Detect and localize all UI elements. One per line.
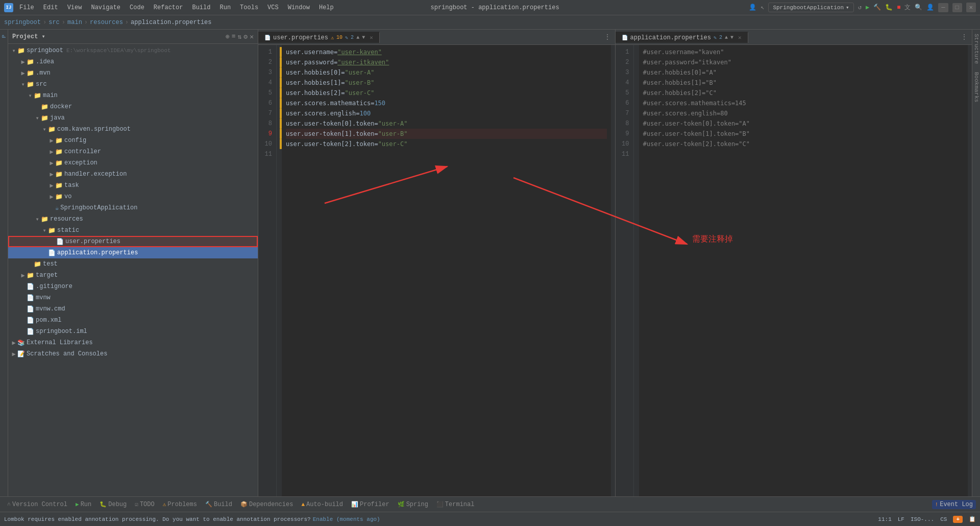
right-code[interactable]: #user.username="kaven" #user.password="i… <box>639 45 968 496</box>
breadcrumb-resources[interactable]: resources <box>90 19 123 26</box>
menu-build[interactable]: Build <box>190 3 212 12</box>
bookmarks-tab[interactable]: Bookmarks <box>972 68 981 106</box>
sort-icon[interactable]: ⇅ <box>238 33 242 41</box>
tree-java[interactable]: ▾ 📁 java <box>8 112 258 124</box>
tree-user-properties[interactable]: 📄 user.properties <box>8 236 258 247</box>
mvn-label: .mvn <box>36 69 51 77</box>
menu-vcs[interactable]: VCS <box>265 3 281 12</box>
build-btn[interactable]: 🔨 Build <box>202 500 235 509</box>
status-action[interactable]: Enable (moments ago) <box>313 516 380 522</box>
tree-mvnw[interactable]: 📄 mvnw <box>8 292 258 303</box>
run-btn[interactable]: ▶ Run <box>72 500 94 509</box>
tree-springboot-app[interactable]: ☕ SpringbootApplication <box>8 202 258 213</box>
sidebar-title: Project ▾ <box>12 33 45 40</box>
menu-navigate[interactable]: Navigate <box>89 3 122 12</box>
left-pane-more[interactable]: ⋮ <box>600 33 615 41</box>
auto-build-btn[interactable]: ▲ Auto-build <box>298 500 346 509</box>
dependencies-btn[interactable]: 📦 Dependencies <box>237 500 296 509</box>
menu-view[interactable]: View <box>65 3 84 12</box>
search-icon[interactable]: 🔍 <box>915 4 922 11</box>
breadcrumb-springboot[interactable]: springboot <box>4 19 41 26</box>
user-props-scroll-down[interactable]: ▼ <box>362 35 365 40</box>
problems-btn[interactable]: ⚠ Problems <box>160 500 200 509</box>
status-icon-plus[interactable]: + <box>953 516 963 523</box>
tree-target[interactable]: ▶ 📁 target <box>8 270 258 281</box>
build-green-icon[interactable]: ▶ <box>866 4 869 11</box>
profiler-btn[interactable]: 📊 Profiler <box>348 500 393 509</box>
tree-handler-exception[interactable]: ▶ 📁 handler.exception <box>8 169 258 180</box>
debug-run-icon[interactable]: 🐛 <box>885 4 893 11</box>
breadcrumb-src[interactable]: src <box>48 19 60 26</box>
maximize-btn[interactable]: □ <box>952 3 962 12</box>
left-scrollbar[interactable] <box>611 45 615 496</box>
left-code[interactable]: user.username="user-kaven" user.password… <box>282 45 611 496</box>
tree-gitignore[interactable]: 📄 .gitignore <box>8 281 258 292</box>
tree-springboot-iml[interactable]: 📄 springboot.iml <box>8 326 258 337</box>
build-icon[interactable]: 🔨 <box>873 4 881 11</box>
left-tab-bar: 📄 user.properties ⚠ 10 ✎ 2 ▲ ▼ ✕ ⋮ <box>258 30 615 45</box>
app-props-tab-close[interactable]: ✕ <box>738 34 742 41</box>
user-properties-tab[interactable]: 📄 user.properties ⚠ 10 ✎ 2 ▲ ▼ ✕ <box>258 32 380 43</box>
breadcrumb-main[interactable]: main <box>67 19 82 26</box>
right-pane-more[interactable]: ⋮ <box>957 33 972 41</box>
right-scrollbar[interactable] <box>968 45 972 496</box>
tree-application-properties[interactable]: 📄 application.properties <box>8 247 258 258</box>
menu-refactor[interactable]: Refactor <box>152 3 185 12</box>
tree-src[interactable]: ▾ 📁 src <box>8 79 258 90</box>
mvn-folder-icon: 📁 <box>27 69 34 77</box>
settings-icon[interactable]: ⚙ <box>243 33 248 41</box>
stop-icon[interactable]: ■ <box>897 4 900 11</box>
run-config-dropdown[interactable]: SpringbootApplication ▾ <box>768 3 853 12</box>
project-icon[interactable]: P <box>0 32 8 41</box>
user-props-scroll-up[interactable]: ▲ <box>356 35 359 40</box>
refresh-icon[interactable]: ↺ <box>858 4 862 11</box>
terminal-btn[interactable]: ⬛ Terminal <box>433 500 478 509</box>
tree-test[interactable]: 📁 test <box>8 258 258 270</box>
tree-main[interactable]: ▾ 📁 main <box>8 90 258 101</box>
version-control-btn[interactable]: ⑃ Version Control <box>4 500 70 509</box>
tree-exception[interactable]: ▶ 📁 exception <box>8 157 258 169</box>
locate-icon[interactable]: ⊕ <box>226 33 230 41</box>
application-properties-tab[interactable]: 📄 application.properties ✎ 2 ▲ ▼ ✕ <box>616 32 748 43</box>
menu-edit[interactable]: Edit <box>41 3 60 12</box>
translate-icon[interactable]: 文 <box>904 3 911 12</box>
menu-window[interactable]: Window <box>286 3 312 12</box>
tree-idea[interactable]: ▶ 📁 .idea <box>8 56 258 67</box>
tree-pom[interactable]: 📄 pom.xml <box>8 315 258 326</box>
tree-root[interactable]: ▾ 📁 springboot E:\workspace\IDEA\my\spri… <box>8 45 258 56</box>
tree-mvnw-cmd[interactable]: 📄 mvnw.cmd <box>8 303 258 315</box>
com-folder-icon: 📁 <box>48 126 56 133</box>
tree-com-kaven[interactable]: ▾ 📁 com.kaven.springboot <box>8 124 258 135</box>
tree-config[interactable]: ▶ 📁 config <box>8 135 258 146</box>
spring-btn[interactable]: 🌿 Spring <box>395 500 431 509</box>
profile-icon[interactable]: 👤 <box>926 4 934 11</box>
todo-btn[interactable]: ☑ TODO <box>132 500 157 509</box>
structure-tab[interactable]: Structure <box>972 30 981 68</box>
tree-controller[interactable]: ▶ 📁 controller <box>8 146 258 157</box>
menu-file[interactable]: File <box>17 3 36 12</box>
menu-help[interactable]: Help <box>317 3 336 12</box>
minimize-btn[interactable]: ─ <box>938 3 948 12</box>
tree-external-libs[interactable]: ▶ 📚 External Libraries <box>8 337 258 348</box>
tree-vo[interactable]: ▶ 📁 vo <box>8 191 258 202</box>
debug-btn[interactable]: 🐛 Debug <box>96 500 130 509</box>
close-sidebar-icon[interactable]: ✕ <box>250 33 254 41</box>
status-event-icon[interactable]: 📋 <box>969 516 976 522</box>
tree-resources[interactable]: ▾ 📁 resources <box>8 213 258 225</box>
cursor-icon[interactable]: ↖ <box>761 4 764 11</box>
tree-docker[interactable]: 📁 docker <box>8 101 258 112</box>
event-log-btn[interactable]: ! Event Log <box>932 500 976 509</box>
collapse-icon[interactable]: ≡ <box>232 33 236 41</box>
tree-task[interactable]: ▶ 📁 task <box>8 180 258 191</box>
tree-static[interactable]: ▾ 📁 static <box>8 225 258 236</box>
tree-mvn[interactable]: ▶ 📁 .mvn <box>8 67 258 79</box>
menu-code[interactable]: Code <box>128 3 146 12</box>
menu-tools[interactable]: Tools <box>238 3 260 12</box>
user-icon[interactable]: 👤 <box>749 4 756 11</box>
close-btn[interactable]: ✕ <box>966 3 976 12</box>
app-props-scroll-up[interactable]: ▲ <box>725 35 728 40</box>
tree-scratches[interactable]: ▶ 📝 Scratches and Consoles <box>8 348 258 360</box>
app-props-scroll-down[interactable]: ▼ <box>730 35 733 40</box>
menu-run[interactable]: Run <box>217 3 233 12</box>
user-props-tab-close[interactable]: ✕ <box>370 34 373 41</box>
